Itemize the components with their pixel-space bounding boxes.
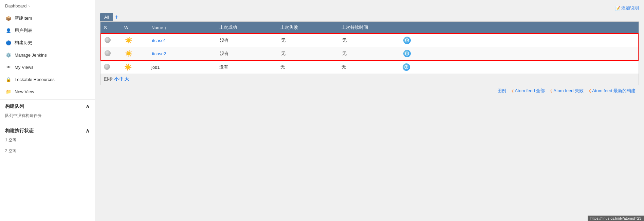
header-name[interactable]: Name ↓ [148, 24, 216, 31]
sidebar-item-label: Lockable Resources [15, 77, 55, 82]
icon-size-controls: 图标: 小 中 大 [100, 74, 639, 85]
highlighted-rows-group: ☀️ itcase1 没有 无 无 [100, 33, 639, 61]
tab-add[interactable]: + [115, 14, 118, 21]
header-last-success: 上次成功 [216, 24, 277, 31]
breadcrumb-sep: › [29, 3, 30, 8]
sidebar-item-lockable-resources[interactable]: 🔒 Lockable Resources [0, 73, 95, 85]
build-queue-section-header: 构建队列 ∧ [0, 99, 95, 111]
sidebar-item-label: 用户列表 [15, 27, 32, 34]
action-cell-itcase2 [400, 50, 638, 57]
name-cell-itcase1: itcase1 [149, 38, 217, 43]
status-ball-icon [105, 37, 111, 43]
new-item-icon: 📦 [5, 15, 12, 22]
last-failure-itcase2: 无 [278, 51, 339, 57]
executor-2: 2 空闲 [0, 146, 95, 157]
footer-links: 图例 ☇ Atom feed 全部 ☇ Atom feed 失败 ☇ Atom … [100, 85, 639, 97]
jobs-table: S W Name ↓ 上次成功 上次失败 上次持续时间 ☀️ [100, 21, 639, 85]
icon-size-medium[interactable]: 中 [119, 77, 124, 81]
schedule-icon[interactable] [403, 50, 411, 57]
sidebar-item-label: New View [15, 89, 34, 94]
header-actions [399, 24, 639, 31]
rss-icon-latest: ☇ [589, 88, 591, 94]
main-content: 📝 添加说明 All + S W Name ↓ 上次成功 上次失败 上次持续时间 [95, 0, 644, 221]
view-tabs: All + [100, 13, 639, 21]
rss-icon-fail: ☇ [550, 88, 552, 94]
header-last-failure: 上次失败 [277, 24, 338, 31]
atom-feed-fail-link[interactable]: ☇ Atom feed 失败 [550, 88, 584, 94]
url-bar: https://finus.cs.ln/ily/atomid=23 [588, 216, 644, 221]
job-link-itcase2[interactable]: itcase2 [152, 51, 166, 56]
executor-1: 1 空闲 [0, 136, 95, 146]
table-row: ☀️ itcase2 没有 无 无 [101, 47, 638, 60]
job-link-job1[interactable]: job1 [151, 65, 160, 70]
add-description-button[interactable]: 📝 添加说明 [615, 5, 639, 11]
last-failure-job1: 无 [277, 64, 338, 70]
build-queue-content: 队列中没有构建任务 [0, 111, 95, 122]
main-layout: Dashboard › 📦 新建Item 👤 用户列表 🔵 构建历史 ⚙️ Ma… [0, 0, 644, 221]
weather-cell-job1: ☀️ [121, 63, 148, 71]
views-icon: 👁 [5, 64, 12, 71]
manage-icon: ⚙️ [5, 52, 12, 58]
status-cell-itcase2 [101, 50, 122, 57]
table-row: ☀️ job1 没有 无 无 [100, 61, 639, 74]
atom-feed-all-link[interactable]: ☇ Atom feed 全部 [511, 88, 545, 94]
status-ball-icon [104, 64, 110, 70]
sidebar-item-new-item[interactable]: 📦 新建Item [0, 12, 95, 24]
name-cell-job1: job1 [148, 65, 216, 70]
last-success-itcase2: 没有 [217, 51, 278, 57]
folder-icon: 📁 [5, 88, 12, 95]
header-w: W [121, 24, 148, 31]
weather-cell-itcase1: ☀️ [122, 37, 149, 44]
sidebar-item-build-history[interactable]: 🔵 构建历史 [0, 37, 95, 49]
header-last-duration: 上次持续时间 [338, 24, 399, 31]
icon-size-large[interactable]: 大 [125, 77, 129, 81]
atom-feed-latest-link[interactable]: ☇ Atom feed 最新的构建 [589, 88, 636, 94]
users-icon: 👤 [5, 27, 12, 34]
sidebar-item-label: My Views [15, 65, 33, 70]
sidebar-item-my-views[interactable]: 👁 My Views [0, 61, 95, 73]
sidebar: Dashboard › 📦 新建Item 👤 用户列表 🔵 构建历史 ⚙️ Ma… [0, 0, 95, 221]
svg-line-8 [406, 67, 407, 68]
table-header: S W Name ↓ 上次成功 上次失败 上次持续时间 [100, 22, 639, 33]
build-executor-title: 构建执行状态 [5, 128, 34, 134]
build-executor-collapse[interactable]: ∧ [86, 127, 90, 134]
legend-link[interactable]: 图例 [497, 88, 506, 94]
weather-sun-icon: ☀️ [125, 50, 132, 57]
sidebar-item-label: 构建历史 [15, 40, 32, 46]
status-cell-itcase1 [101, 37, 122, 44]
rss-icon-all: ☇ [511, 88, 514, 94]
action-cell-job1 [399, 63, 639, 71]
status-ball-icon [105, 50, 111, 56]
sidebar-item-user-list[interactable]: 👤 用户列表 [0, 24, 95, 37]
tab-all[interactable]: All [100, 13, 113, 21]
svg-line-2 [407, 40, 408, 41]
history-icon: 🔵 [5, 39, 12, 46]
last-success-job1: 没有 [216, 64, 277, 70]
lock-icon: 🔒 [5, 76, 12, 83]
weather-sun-icon: ☀️ [125, 37, 132, 44]
header-s: S [100, 24, 121, 31]
breadcrumb-dashboard[interactable]: Dashboard [5, 3, 27, 8]
sidebar-item-new-view[interactable]: 📁 New View [0, 85, 95, 98]
add-desc-icon: 📝 [615, 6, 620, 11]
sidebar-item-label: 新建Item [15, 15, 32, 21]
action-cell-itcase1 [400, 37, 638, 44]
build-queue-title: 构建队列 [5, 103, 24, 109]
name-cell-itcase2: itcase2 [149, 51, 217, 56]
build-executor-section-header: 构建执行状态 ∧ [0, 124, 95, 136]
last-failure-itcase1: 无 [278, 37, 339, 43]
sidebar-item-label: Manage Jenkins [15, 53, 47, 58]
schedule-icon[interactable] [403, 63, 410, 71]
weather-cell-itcase2: ☀️ [122, 50, 149, 57]
icon-size-small[interactable]: 小 [114, 77, 118, 81]
svg-line-5 [407, 54, 408, 54]
table-row: ☀️ itcase1 没有 无 无 [101, 34, 638, 47]
weather-sun-icon: ☀️ [124, 64, 132, 71]
sidebar-item-manage-jenkins[interactable]: ⚙️ Manage Jenkins [0, 49, 95, 61]
top-right-toolbar: 📝 添加说明 [100, 5, 639, 11]
last-duration-itcase2: 无 [339, 51, 400, 57]
schedule-icon[interactable] [403, 37, 411, 44]
build-queue-collapse[interactable]: ∧ [86, 103, 90, 109]
job-link-itcase1[interactable]: itcase1 [152, 38, 166, 43]
last-success-itcase1: 没有 [217, 37, 278, 43]
